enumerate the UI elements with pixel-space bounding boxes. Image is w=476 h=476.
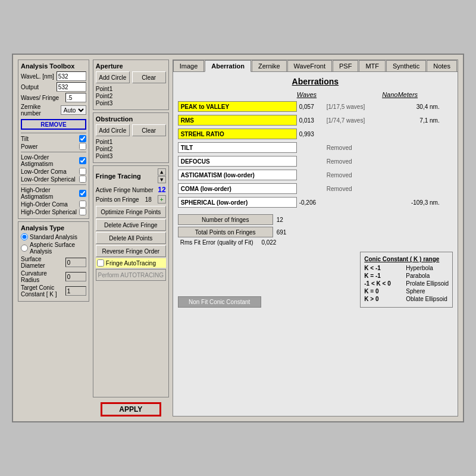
standard-radio[interactable]	[21, 233, 28, 240]
aspheric-radio[interactable]	[21, 245, 28, 252]
aber-label-7: SPHERICAL (low-order)	[178, 197, 297, 208]
aber-row-4: DEFOCUS Removed	[178, 155, 453, 167]
target-conic-row: Target Conic Constant [ K ]	[21, 284, 86, 298]
obstruction-buttons: Add Circle Clear	[96, 124, 166, 136]
obs-point2: Point2	[96, 146, 166, 152]
aperture-point3: Point3	[96, 100, 166, 107]
waves-label: Waves/ Fringe	[21, 95, 59, 101]
lo-coma-checkbox[interactable]	[79, 168, 86, 175]
fringe-header: Fringe Tracing ▲ ▼	[96, 168, 166, 183]
aber-row-3: TILT Removed	[178, 142, 453, 154]
non-fit-conic-btn[interactable]: Non Fit Conic Constant	[178, 296, 261, 308]
apply-button[interactable]: APPLY	[101, 402, 161, 416]
aber-row-0: PEAK to VALLEY 0,057 [1/17,5 waves] 30,4…	[178, 101, 453, 112]
target-conic-label: Target Conic Constant [ K ]	[21, 284, 65, 298]
reverse-btn[interactable]: Reverse Fringe Order	[96, 245, 166, 257]
curvature-radius-row: Curvature Radius	[21, 270, 86, 283]
aber-row-5: ASTIGMATISM (low-order) Removed	[178, 169, 453, 181]
add-circle-button[interactable]: Add Circle	[96, 71, 130, 83]
hi-coma-label: High-Order Coma	[21, 201, 68, 208]
tab-synthetic[interactable]: Synthetic	[386, 60, 426, 71]
points-value: 18	[145, 196, 152, 203]
fringe-title: Fringe Tracing	[96, 173, 141, 180]
tab-wavefront[interactable]: WaveFront	[287, 60, 332, 71]
aber-info-1: [1/74,7 waves]	[327, 117, 398, 124]
target-conic-input[interactable]	[65, 286, 86, 296]
waves-input[interactable]	[65, 93, 86, 102]
lo-coma-row: Low-Order Coma	[21, 168, 86, 175]
lo-spherical-checkbox[interactable]	[79, 176, 86, 183]
delete-active-btn[interactable]: Delete Active Fringe	[96, 219, 166, 231]
conic-box: Conic Constant ( K ) range K < -1Hyperbo…	[360, 252, 453, 308]
obs-add-circle-button[interactable]: Add Circle	[96, 124, 130, 136]
curvature-radius-input[interactable]	[65, 272, 86, 281]
perform-autotracing-btn[interactable]: Perform AUTOTRACING	[96, 269, 166, 281]
zernike-dropdown[interactable]: Auto	[61, 105, 86, 115]
tab-content-aberration: Aberrations Waves NanoMeters PEAK to VAL…	[173, 72, 458, 416]
power-row: Power	[21, 143, 86, 150]
tab-zernike[interactable]: Zernike	[252, 60, 287, 71]
conic-row-3: K = 0Sphere	[364, 288, 449, 295]
lo-spherical-row: Low-Order Spherical	[21, 176, 86, 183]
conic-row-2: -1 < K < 0Prolate Ellipsoid	[364, 280, 449, 287]
rms-fit-label: Rms Fit Error (quality of Fit)	[180, 239, 253, 246]
aspheric-radio-row: Aspheric Surface Analysis	[21, 242, 86, 255]
remove-button[interactable]: REMOVE	[21, 119, 86, 130]
wavelength-input[interactable]	[57, 71, 86, 81]
tilt-checkbox[interactable]	[79, 135, 86, 142]
surface-diameter-input[interactable]	[65, 258, 86, 267]
fringe-section: Fringe Tracing ▲ ▼ Active Fringe Number …	[93, 165, 169, 397]
tab-mtf[interactable]: MTF	[359, 60, 386, 71]
tab-image[interactable]: Image	[173, 60, 205, 71]
power-checkbox[interactable]	[79, 143, 86, 150]
standard-label: Standard Analysis	[30, 234, 77, 240]
power-label: Power	[21, 143, 37, 150]
points-row: Points on Fringe 18 +	[96, 195, 166, 203]
hi-astig-checkbox[interactable]	[79, 190, 86, 197]
total-points-value: 691	[277, 229, 287, 236]
lo-spherical-label: Low-Order Spherical	[21, 176, 76, 183]
active-fringe-row: Active Fringe Number 12	[96, 186, 166, 194]
aber-row-1: RMS 0,013 [1/74,7 waves] 7,1 nm.	[178, 114, 453, 126]
standard-radio-row: Standard Analysis	[21, 233, 86, 240]
aber-label-2: STREHL RATIO	[178, 129, 297, 139]
aber-info-6: Removed	[327, 186, 398, 192]
output-input[interactable]	[57, 82, 86, 92]
aber-label-5: ASTIGMATISM (low-order)	[178, 170, 297, 180]
aberration-title: Aberrations	[178, 77, 453, 86]
waves-row: Waves/ Fringe	[21, 93, 86, 102]
input-row: WaveL. [nm]	[21, 71, 86, 81]
output-row: Output	[21, 82, 86, 92]
fringe-scroll-down[interactable]: ▼	[158, 176, 166, 183]
obstruction-title: Obstruction	[96, 115, 166, 123]
clear-button[interactable]: Clear	[132, 71, 166, 83]
fringe-scroll-up[interactable]: ▲	[158, 168, 166, 176]
aber-label-1: RMS	[178, 115, 297, 126]
hi-coma-checkbox[interactable]	[79, 201, 86, 208]
tab-notes[interactable]: Notes	[427, 60, 457, 71]
aperture-buttons: Add Circle Clear	[96, 71, 166, 83]
obs-clear-button[interactable]: Clear	[132, 124, 166, 136]
delete-all-btn[interactable]: Delete All Points	[96, 232, 166, 244]
conic-rows: K < -1HyperbolaK = -1Parabola-1 < K < 0P…	[364, 265, 449, 302]
rms-fit-row: Rms Fit Error (quality of Fit) 0,022	[178, 239, 453, 246]
main-window: Analysis Toolbox WaveL. [nm] Output Wave…	[12, 54, 464, 422]
active-fringe-label: Active Fringe Number	[96, 187, 154, 193]
aber-value-0: 0,057	[297, 104, 327, 110]
autotracing-row: Fringe AutoTracing	[96, 258, 166, 268]
autotracing-checkbox[interactable]	[97, 259, 104, 267]
active-fringe-value: 12	[158, 186, 165, 194]
lo-astig-checkbox[interactable]	[79, 157, 86, 164]
tab-aberration[interactable]: Aberration	[205, 60, 251, 72]
tilt-label: Tilt	[21, 136, 29, 142]
tab-psf[interactable]: PSF	[333, 60, 358, 71]
hi-spherical-checkbox[interactable]	[79, 208, 86, 215]
output-label: Output	[21, 84, 39, 90]
curvature-radius-label: Curvature Radius	[21, 270, 65, 283]
obs-point3: Point3	[96, 153, 166, 159]
lo-coma-label: Low-Order Coma	[21, 168, 67, 175]
optimize-btn[interactable]: Optimize Fringe Points	[96, 206, 166, 218]
points-plus-button[interactable]: +	[158, 195, 166, 203]
conic-title: Conic Constant ( K ) range	[364, 256, 449, 262]
total-points-row: Total Points on Fringes 691	[178, 227, 453, 237]
